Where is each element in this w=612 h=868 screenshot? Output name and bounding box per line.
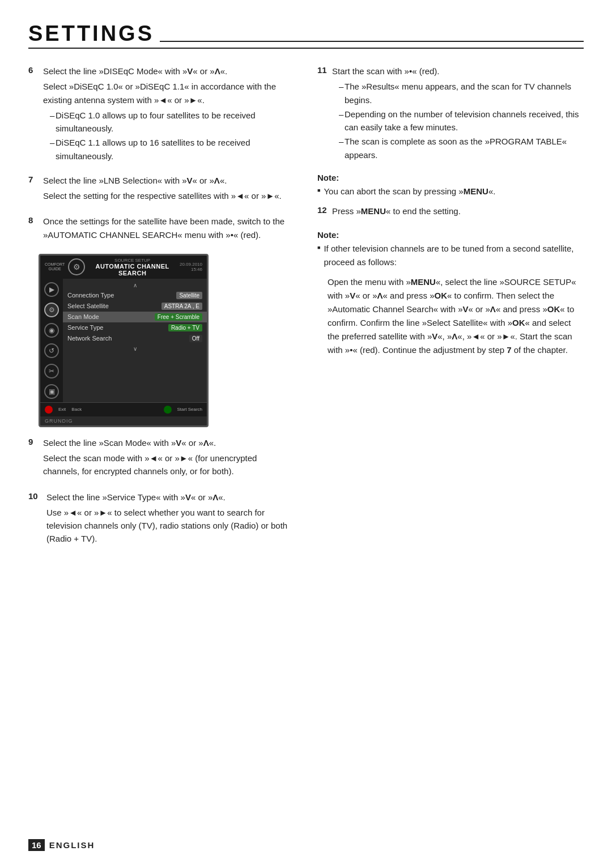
note-2: Note: If other television channels are t… (317, 230, 584, 269)
step-7-para1: Select the line »LNB Selection« with »V«… (43, 174, 295, 187)
tv-icon-scissors: ✂ (44, 364, 59, 378)
tv-row-service-value: Radio + TV (168, 324, 202, 331)
step-6-para1: Select the line »DISEqC Mode« with »V« o… (43, 65, 295, 78)
step-6-num: 6 (28, 65, 39, 75)
step-11-num: 11 (317, 65, 328, 75)
tv-row-select-satellite: Select Satellite ASTRA 2A , E (63, 301, 207, 312)
tv-btn-green (164, 406, 172, 414)
page-header: SETTINGS (28, 23, 584, 49)
tv-icon-play: ▶ (44, 282, 59, 297)
note-2-item-1-text: If other television channels are to be t… (324, 242, 584, 269)
note-1-item-1-text: You can abort the scan by pressing »MENU… (324, 185, 495, 198)
content-columns: 6 Select the line »DISEqC Mode« with »V«… (28, 65, 584, 558)
tv-row-service-type: Service Type Radio + TV (63, 322, 207, 333)
tv-row-scan-mode: Scan Mode Free + Scramble (63, 312, 207, 322)
step-8-para1: Once the settings for the satellite have… (43, 215, 295, 241)
step-10-para1: Select the line »Service Type« with »V« … (46, 491, 295, 504)
step-11-para1: Start the scan with »•« (red). (332, 65, 584, 78)
tv-comfort-guide: COMFORT GUIDE (45, 262, 65, 272)
tv-row-network-search: Network Search Off (63, 333, 207, 344)
step-6: 6 Select the line »DISEqC Mode« with »V«… (28, 65, 295, 164)
tv-bottom-bar: Exit Back Start Search (40, 402, 207, 416)
tv-row-service-label: Service Type (67, 324, 168, 331)
step-10-num: 10 (28, 491, 42, 501)
tv-body: ▶ ⚙ ◉ ↺ ✂ ▣ ∧ Connection Type (40, 279, 207, 402)
tv-grundig-logo: GRUNDIG (40, 416, 207, 426)
page: SETTINGS 6 Select the line »DISEqC Mode«… (0, 0, 612, 868)
step-6-para2: Select »DiSEqC 1.0« or »DiSEqC 1.1« in a… (43, 80, 295, 107)
footer-language: ENGLISH (49, 840, 95, 850)
header-line (160, 41, 584, 42)
tv-source-setup-label: SOURCE SETUP (90, 258, 175, 263)
step-8-content: Once the settings for the satellite have… (43, 215, 295, 244)
step-9-num: 9 (28, 436, 39, 446)
settings-icon: ⚙ (68, 258, 85, 275)
right-column: 11 Start the scan with »•« (red). The »R… (317, 65, 584, 558)
tv-row-connection-label: Connection Type (67, 292, 176, 299)
tv-row-connection-value: Satellite (176, 292, 202, 299)
note-1-title: Note: (317, 173, 584, 182)
step-10-para2: Use »◄« or »►« to select whether you wan… (46, 506, 295, 546)
tv-scroll-up-indicator: ∧ (63, 282, 207, 288)
step-9-content: Select the line »Scan Mode« with »V« or … (43, 436, 295, 480)
step-12-para1: Press »MENU« to end the setting. (332, 205, 584, 218)
step-12-num: 12 (317, 205, 328, 215)
tv-header-text: SOURCE SETUP AUTOMATIC CHANNEL SEARCH (90, 258, 175, 276)
page-title: SETTINGS (28, 23, 154, 44)
tv-top-bar: COMFORT GUIDE ⚙ SOURCE SETUP AUTOMATIC C… (40, 256, 207, 279)
tv-row-scanmode-label: Scan Mode (67, 313, 155, 320)
tv-row-scanmode-value: Free + Scramble (155, 313, 202, 321)
step-7: 7 Select the line »LNB Selection« with »… (28, 174, 295, 205)
step-11-bullets: The »Results« menu appears, and the scan… (339, 80, 584, 161)
step-11-bullet-3: The scan is complete as soon as the »PRO… (339, 135, 584, 161)
tv-row-network-value: Off (189, 335, 202, 342)
step-9: 9 Select the line »Scan Mode« with »V« o… (28, 436, 295, 480)
step-7-para2: Select the setting for the respective sa… (43, 189, 295, 202)
tv-datetime: 20.09.2010 15:46 (180, 262, 202, 272)
step-7-content: Select the line »LNB Selection« with »V«… (43, 174, 295, 205)
tv-left-icons: ▶ ⚙ ◉ ↺ ✂ ▣ (40, 279, 63, 402)
tv-logo-area: COMFORT GUIDE ⚙ (45, 258, 85, 275)
step-12-content: Press »MENU« to end the setting. (332, 205, 584, 220)
tv-menu-area: ∧ Connection Type Satellite Select Satel… (63, 279, 207, 402)
step-11-bullet-2: Depending on the number of television ch… (339, 108, 584, 134)
tv-icon-settings: ⚙ (44, 303, 59, 317)
step-6-content: Select the line »DISEqC Mode« with »V« o… (43, 65, 295, 164)
note-2-body-text: Open the menu with »MENU«, select the li… (328, 275, 584, 357)
tv-row-network-label: Network Search (67, 335, 189, 342)
note-1-item-1: You can abort the scan by pressing »MENU… (317, 185, 584, 198)
footer-page-number: 16 (28, 839, 45, 851)
step-6-bullets: DiSEqC 1.0 allows up to four satellites … (50, 109, 295, 163)
tv-btn-back-label: Back (71, 407, 82, 412)
step-11-bullet-1: The »Results« menu appears, and the scan… (339, 80, 584, 107)
step-11-content: Start the scan with »•« (red). The »Resu… (332, 65, 584, 163)
step-10: 10 Select the line »Service Type« with »… (28, 491, 295, 548)
step-8-num: 8 (28, 215, 39, 225)
step-7-num: 7 (28, 174, 39, 184)
note-1: Note: You can abort the scan by pressing… (317, 173, 584, 198)
tv-btn-red (45, 406, 53, 414)
step-6-bullet-1: DiSEqC 1.0 allows up to four satellites … (50, 109, 295, 135)
step-10-content: Select the line »Service Type« with »V« … (46, 491, 295, 548)
tv-row-satellite-label: Select Satellite (67, 303, 162, 309)
step-6-bullet-2: DiSEqC 1.1 allows up to 16 satellites to… (50, 136, 295, 163)
tv-row-satellite-value: ASTRA 2A , E (162, 303, 202, 310)
tv-icon-lock: ▣ (44, 384, 59, 399)
tv-btn-exit-label: Exit (58, 407, 66, 412)
note-2-item-1: If other television channels are to be t… (317, 242, 584, 269)
tv-btn-start-label: Start Search (177, 407, 202, 412)
left-column: 6 Select the line »DISEqC Mode« with »V«… (28, 65, 295, 558)
step-12: 12 Press »MENU« to end the setting. (317, 205, 584, 220)
note-2-body: Open the menu with »MENU«, select the li… (328, 275, 584, 357)
note-2-title: Note: (317, 230, 584, 240)
tv-auto-channel-label: AUTOMATIC CHANNEL SEARCH (90, 263, 175, 276)
tv-screen: COMFORT GUIDE ⚙ SOURCE SETUP AUTOMATIC C… (39, 254, 209, 427)
page-footer: 16 ENGLISH (28, 839, 584, 851)
tv-screen-wrap: COMFORT GUIDE ⚙ SOURCE SETUP AUTOMATIC C… (39, 254, 295, 427)
tv-scroll-down-indicator: ∨ (63, 346, 207, 352)
step-8: 8 Once the settings for the satellite ha… (28, 215, 295, 244)
step-9-para2: Select the scan mode with »◄« or »►« (fo… (43, 452, 295, 478)
tv-row-connection-type: Connection Type Satellite (63, 290, 207, 301)
step-9-para1: Select the line »Scan Mode« with »V« or … (43, 436, 295, 449)
step-11: 11 Start the scan with »•« (red). The »R… (317, 65, 584, 163)
